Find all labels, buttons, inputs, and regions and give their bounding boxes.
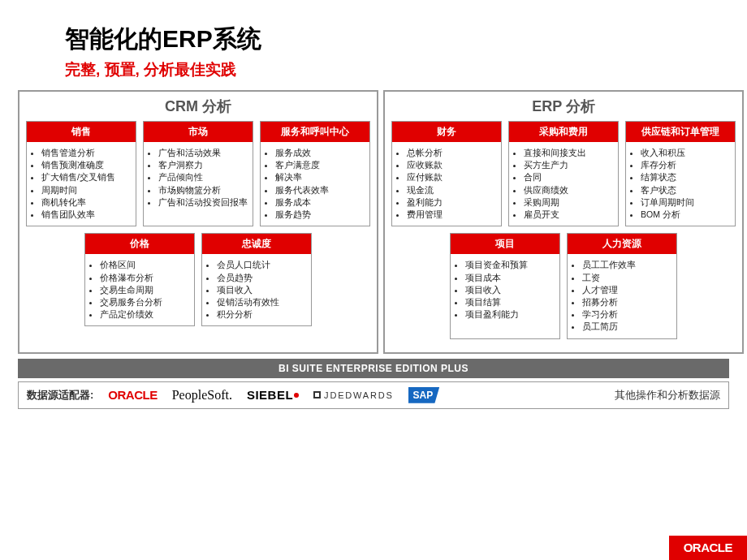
list-item: 积分分析 — [217, 308, 306, 321]
list-item: 现金流 — [407, 184, 496, 196]
list-item: 应付账款 — [407, 171, 496, 183]
jdedwards-logo: JDEDWARDS — [313, 387, 393, 403]
card-body: 员工工作效率 工资 人才管理 招募分析 学习分析 员工简历 — [568, 254, 676, 338]
card-header: 采购和费用 — [509, 122, 618, 142]
crm-row-2: 价格 价格区间 价格瀑布分析 交易生命周期 交易服务台分析 产品定价绩效 忠诚度… — [26, 233, 370, 326]
adapter-label: 数据源适配器: — [27, 388, 93, 403]
list-item: 员工简历 — [582, 321, 671, 333]
footer-brand: ORACLE — [669, 536, 747, 560]
card-body: 服务成效 客户满意度 解决率 服务代表效率 服务成本 服务趋势 — [261, 142, 369, 226]
card-body: 收入和积压 库存分析 结算状态 客户状态 订单周期时间 BOM 分析 — [626, 142, 735, 226]
list-item: 结算状态 — [641, 171, 730, 183]
crm-panel-title: CRM 分析 — [26, 93, 370, 121]
list-item: 项目结算 — [465, 296, 555, 308]
list-item: 销售团队效率 — [41, 209, 131, 221]
jde-text: JDEDWARDS — [324, 390, 393, 400]
list-item: 解决率 — [275, 171, 365, 183]
slide-subtitle: 完整, 预置, 分析最佳实践 — [65, 59, 731, 80]
bi-suite-bar: BI SUITE ENTERPRISE EDITION PLUS — [18, 359, 729, 378]
list-item: 交易服务台分析 — [100, 296, 189, 308]
list-item: 服务代表效率 — [275, 184, 365, 196]
list-item: 员工工作效率 — [582, 259, 671, 271]
list-item: 项目收入 — [217, 284, 306, 296]
list-item: 采购周期 — [524, 196, 613, 209]
card-body: 广告和活动效果 客户洞察力 产品倾向性 市场购物篮分析 广告和活动投资回报率 — [144, 142, 253, 213]
peoplesoft-logo: PeopleSoft. — [172, 387, 232, 403]
list-item: 项目收入 — [465, 284, 555, 296]
crm-row-1: 销售 销售管道分析 销售预测准确度 扩大销售/交叉销售 周期时间 商机转化率 销… — [26, 121, 370, 226]
erp-panel: ERP 分析 财务 总帐分析 应收账款 应付账款 现金流 盈利能力 费用管理 采… — [383, 90, 744, 354]
card-body: 总帐分析 应收账款 应付账款 现金流 盈利能力 费用管理 — [392, 142, 501, 226]
card-procurement: 采购和费用 直接和间接支出 买方生产力 合同 供应商绩效 采购周期 雇员开支 — [508, 121, 619, 226]
card-project: 项目 项目资金和预算 项目成本 项目收入 项目结算 项目盈利能力 — [450, 233, 560, 338]
list-item: 产品倾向性 — [158, 171, 248, 183]
list-item: 招募分析 — [582, 296, 671, 308]
list-item: 扩大销售/交叉销售 — [41, 171, 131, 183]
slide-title: 智能化的ERP系统 — [65, 23, 731, 56]
card-body: 销售管道分析 销售预测准确度 扩大销售/交叉销售 周期时间 商机转化率 销售团队… — [27, 142, 136, 226]
list-item: 商机转化率 — [41, 196, 131, 209]
card-sales: 销售 销售管道分析 销售预测准确度 扩大销售/交叉销售 周期时间 商机转化率 销… — [26, 121, 136, 226]
list-item: 市场购物篮分析 — [158, 184, 248, 196]
sap-logo: SAP — [408, 387, 440, 403]
card-header: 市场 — [144, 122, 253, 142]
card-header: 价格 — [85, 234, 194, 254]
list-item: 服务趋势 — [275, 209, 365, 221]
main-panels: CRM 分析 销售 销售管道分析 销售预测准确度 扩大销售/交叉销售 周期时间 … — [16, 90, 731, 354]
card-header: 财务 — [392, 122, 501, 142]
list-item: 库存分析 — [641, 159, 730, 171]
list-item: 工资 — [582, 272, 671, 284]
dot-icon — [294, 393, 299, 398]
square-icon — [313, 391, 321, 398]
list-item: 促销活动有效性 — [217, 296, 306, 308]
card-body: 项目资金和预算 项目成本 项目收入 项目结算 项目盈利能力 — [451, 254, 559, 325]
list-item: 价格瀑布分析 — [100, 272, 189, 284]
card-header: 销售 — [27, 122, 136, 142]
list-item: 广告和活动投资回报率 — [158, 196, 248, 209]
card-header: 供应链和订单管理 — [626, 122, 735, 142]
card-header: 忠诚度 — [202, 234, 311, 254]
erp-panel-title: ERP 分析 — [391, 93, 736, 121]
list-item: 广告和活动效果 — [158, 147, 248, 159]
list-item: 价格区间 — [100, 259, 189, 271]
list-item: 客户洞察力 — [158, 159, 248, 171]
list-item: 销售预测准确度 — [41, 159, 131, 171]
card-header: 人力资源 — [568, 234, 676, 254]
list-item: 总帐分析 — [407, 147, 496, 159]
list-item: 收入和积压 — [641, 147, 730, 159]
list-item: 项目成本 — [465, 272, 555, 284]
erp-row-2: 项目 项目资金和预算 项目成本 项目收入 项目结算 项目盈利能力 人力资源 员工… — [391, 233, 736, 338]
list-item: 直接和间接支出 — [524, 147, 613, 159]
list-item: 费用管理 — [407, 209, 496, 221]
card-body: 价格区间 价格瀑布分析 交易生命周期 交易服务台分析 产品定价绩效 — [85, 254, 194, 325]
list-item: 服务成本 — [275, 196, 365, 209]
list-item: 供应商绩效 — [524, 184, 613, 196]
list-item: 合同 — [524, 171, 613, 183]
data-source-row: 数据源适配器: ORACLE PeopleSoft. SIEBEL JDEDWA… — [18, 381, 729, 409]
list-item: 应收账款 — [407, 159, 496, 171]
siebel-text: SIEBEL — [247, 388, 293, 402]
list-item: 项目盈利能力 — [465, 308, 555, 321]
list-item: 人才管理 — [582, 284, 671, 296]
list-item: 盈利能力 — [407, 196, 496, 209]
list-item: 雇员开支 — [524, 209, 613, 221]
card-supplychain: 供应链和订单管理 收入和积压 库存分析 结算状态 客户状态 订单周期时间 BOM… — [625, 121, 736, 226]
list-item: BOM 分析 — [641, 209, 730, 221]
siebel-logo: SIEBEL — [247, 387, 299, 403]
list-item: 客户状态 — [641, 184, 730, 196]
card-header: 服务和呼叫中心 — [261, 122, 369, 142]
list-item: 会员人口统计 — [217, 259, 306, 271]
card-marketing: 市场 广告和活动效果 客户洞察力 产品倾向性 市场购物篮分析 广告和活动投资回报… — [143, 121, 253, 226]
card-body: 会员人口统计 会员趋势 项目收入 促销活动有效性 积分分析 — [202, 254, 311, 325]
card-price: 价格 价格区间 价格瀑布分析 交易生命周期 交易服务台分析 产品定价绩效 — [84, 233, 195, 326]
other-sources-label: 其他操作和分析数据源 — [615, 388, 720, 403]
list-item: 会员趋势 — [217, 272, 306, 284]
list-item: 买方生产力 — [524, 159, 613, 171]
erp-row-1: 财务 总帐分析 应收账款 应付账款 现金流 盈利能力 费用管理 采购和费用 直接… — [391, 121, 736, 226]
crm-panel: CRM 分析 销售 销售管道分析 销售预测准确度 扩大销售/交叉销售 周期时间 … — [18, 90, 378, 354]
list-item: 项目资金和预算 — [465, 259, 555, 271]
card-header: 项目 — [451, 234, 559, 254]
card-hr: 人力资源 员工工作效率 工资 人才管理 招募分析 学习分析 员工简历 — [567, 233, 677, 338]
card-finance: 财务 总帐分析 应收账款 应付账款 现金流 盈利能力 费用管理 — [391, 121, 502, 226]
list-item: 周期时间 — [41, 184, 131, 196]
